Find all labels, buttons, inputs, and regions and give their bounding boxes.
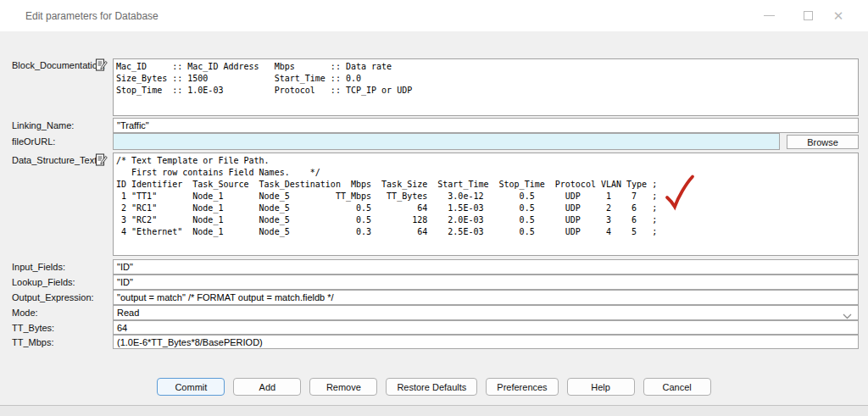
output-expression-input[interactable]: "output = match" /* FORMAT output = matc… bbox=[113, 290, 859, 305]
tt-mbps-input[interactable]: (1.0E-6*TT_Bytes*8/BasePERIOD) bbox=[113, 335, 859, 349]
file-or-url-input[interactable] bbox=[113, 133, 780, 150]
output-expression-value: "output = match" /* FORMAT output = matc… bbox=[117, 292, 334, 302]
block-documentation-text: Mac_ID :: Mac_ID Address Mbps :: Data ra… bbox=[114, 59, 858, 98]
data-structure-text: /* Text Template or File Path. First row… bbox=[114, 153, 858, 240]
mode-label: Mode: bbox=[12, 308, 38, 318]
input-fields-label: Input_Fields: bbox=[12, 262, 65, 272]
dialog-button-row: Commit Add Remove Restore Defaults Prefe… bbox=[0, 378, 868, 396]
tt-mbps-value: (1.0E-6*TT_Bytes*8/BasePERIOD) bbox=[117, 337, 263, 347]
dialog-window: Edit parameters for Database ✕ Block_Doc… bbox=[0, 0, 868, 416]
minimize-button[interactable] bbox=[749, 0, 788, 31]
input-fields-input[interactable]: "ID" bbox=[113, 259, 859, 275]
mode-value: Read bbox=[117, 308, 139, 318]
mode-select[interactable]: Read bbox=[113, 305, 859, 320]
block-documentation-textarea[interactable]: Mac_ID :: Mac_ID Address Mbps :: Data ra… bbox=[113, 58, 859, 116]
lookup-fields-label: Lookup_Fields: bbox=[12, 277, 75, 287]
help-button[interactable]: Help bbox=[567, 378, 635, 396]
edit-note-icon[interactable] bbox=[95, 58, 108, 71]
lookup-fields-input[interactable]: "ID" bbox=[113, 275, 859, 290]
close-icon: ✕ bbox=[833, 9, 844, 22]
edit-note-icon[interactable] bbox=[95, 153, 108, 166]
output-expression-label: Output_Expression: bbox=[12, 292, 94, 302]
input-fields-value: "ID" bbox=[117, 262, 133, 272]
remove-button[interactable]: Remove bbox=[309, 378, 377, 396]
tt-bytes-input[interactable]: 64 bbox=[113, 320, 859, 335]
dialog-body: Block_Documentation: Mac_ID :: Mac_ID Ad… bbox=[0, 31, 868, 405]
tt-bytes-value: 64 bbox=[117, 323, 127, 333]
file-or-url-label: fileOrURL: bbox=[12, 136, 55, 147]
browse-button[interactable]: Browse bbox=[787, 135, 859, 149]
data-structure-textarea[interactable]: /* Text Template or File Path. First row… bbox=[113, 153, 859, 256]
background-strip bbox=[0, 405, 868, 416]
window-title: Edit parameters for Database bbox=[25, 10, 159, 22]
lookup-fields-value: "ID" bbox=[117, 277, 133, 287]
tt-mbps-label: TT_Mbps: bbox=[12, 337, 54, 347]
title-bar: Edit parameters for Database ✕ bbox=[0, 0, 868, 31]
linking-name-input[interactable]: "Traffic" bbox=[113, 118, 859, 133]
minimize-icon bbox=[764, 15, 775, 16]
add-button[interactable]: Add bbox=[233, 378, 301, 396]
linking-name-value: "Traffic" bbox=[117, 120, 149, 130]
commit-button[interactable]: Commit bbox=[157, 378, 225, 396]
tt-bytes-label: TT_Bytes: bbox=[12, 323, 54, 333]
block-documentation-label: Block_Documentation: bbox=[12, 60, 105, 70]
preferences-button[interactable]: Preferences bbox=[486, 378, 558, 396]
close-button[interactable]: ✕ bbox=[819, 0, 858, 31]
chevron-down-icon bbox=[843, 311, 852, 320]
restore-defaults-button[interactable]: Restore Defaults bbox=[386, 378, 477, 396]
linking-name-label: Linking_Name: bbox=[12, 120, 74, 130]
data-structure-text-label: Data_Structure_Text: bbox=[12, 155, 99, 165]
maximize-icon bbox=[804, 11, 813, 20]
cancel-button[interactable]: Cancel bbox=[643, 378, 711, 396]
